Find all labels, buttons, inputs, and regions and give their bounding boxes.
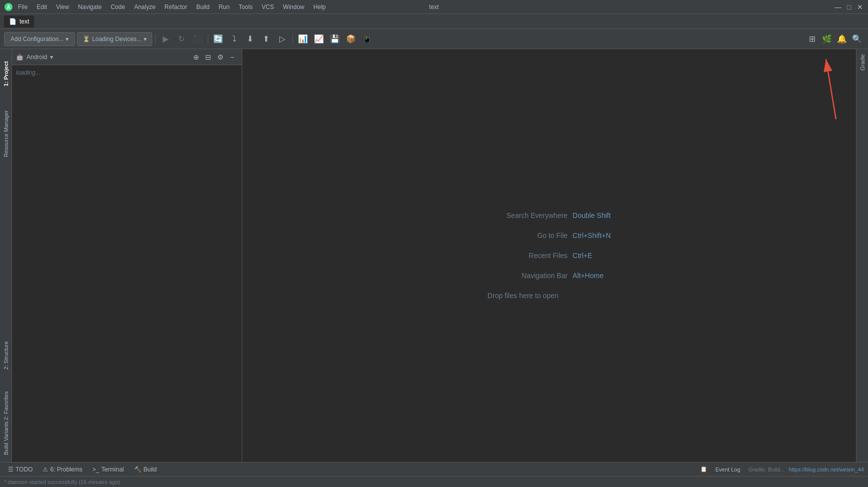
hint-label-drop: Drop files here to open [488,292,559,300]
svg-text:A: A [7,5,10,10]
hint-shortcut-file: Ctrl+Shift+N [573,231,611,239]
title-bar: A File Edit View Navigate Code Analyze R… [0,0,868,14]
run-to-cursor-button[interactable]: ▷ [275,32,289,46]
menu-window[interactable]: Window [279,3,308,12]
terminal-label: Terminal [101,466,124,473]
toolbar-right: ⊞ 🌿 🔔 🔍 [805,32,864,46]
menu-file[interactable]: File [14,3,32,12]
menu-bar: A File Edit View Navigate Code Analyze R… [4,3,834,12]
panel-tab-favorites[interactable]: 2: Favorites [2,389,10,422]
toolbar-separator-1 [155,34,156,44]
panel-close-button[interactable]: − [227,52,238,63]
menu-build[interactable]: Build [192,3,214,12]
hint-label-file: Go to File [488,231,568,239]
left-panel-tabs: 1: Project Resource Manager 2: Structure… [0,49,12,462]
hint-drop-files: Drop files here to open [488,292,611,300]
menu-code[interactable]: Code [107,3,129,12]
editor-hints: Search Everywhere Double Shift Go to Fil… [488,211,611,300]
toolbar-separator-2 [208,34,208,44]
todo-icon: ☰ [8,466,14,473]
loading-icon: ⏳ [83,36,90,43]
add-configuration-button[interactable]: Add Configuration... ▾ [4,32,75,46]
red-arrow-annotation [756,49,856,129]
hint-navigation-bar: Navigation Bar Alt+Home [488,272,611,280]
panel-title-area: 🤖 Android ▾ [16,54,53,61]
coverage-button[interactable]: 📊 [296,32,310,46]
step-over-button[interactable]: ⤵ [227,32,241,46]
config-dropdown-icon: ▾ [66,36,69,43]
notification-button[interactable]: 🔔 [835,32,849,46]
git-button[interactable]: 🌿 [820,32,834,46]
main-area: 1: Project Resource Manager 2: Structure… [0,49,868,462]
daemon-message: * daemon started successfully (16 minute… [4,479,120,485]
editor-area: Search Everywhere Double Shift Go to Fil… [242,49,856,462]
problems-label: 6: Problems [50,466,82,473]
menu-navigate[interactable]: Navigate [74,3,106,12]
menu-view[interactable]: View [52,3,73,12]
csdn-link[interactable]: https://blog.csdn.net/weixin_44 [789,466,864,472]
panel-tab-structure[interactable]: 2: Structure [2,339,10,372]
run-button[interactable]: ▶ [159,32,173,46]
hint-shortcut-nav: Alt+Home [573,272,604,280]
panel-settings-button[interactable]: ⚙ [215,52,226,63]
close-button[interactable]: ✕ [856,3,864,11]
stop-button[interactable]: ⬛ [191,32,205,46]
panel-tab-project[interactable]: 1: Project [2,59,10,88]
todo-label: TODO [16,466,33,473]
build-icon: 🔨 [134,466,142,473]
sync-project-button[interactable]: ⊕ [191,52,202,63]
menu-run[interactable]: Run [215,3,234,12]
tab-bar: 📄 text [0,14,868,29]
terminal-icon: >_ [92,466,99,473]
device-manager-button[interactable]: 📱 [360,32,374,46]
collapse-all-button[interactable]: ⊟ [203,52,214,63]
event-log-icon: 📋 [700,466,707,472]
tab-text[interactable]: 📄 text [4,16,34,28]
panel-header: 🤖 Android ▾ ⊕ ⊟ ⚙ − [12,49,242,65]
project-panel: 🤖 Android ▾ ⊕ ⊟ ⚙ − loading... [12,49,242,462]
android-icon: 🤖 [16,54,24,61]
toolbar-separator-3 [292,34,293,44]
bottom-tab-problems[interactable]: ⚠ 6: Problems [39,464,86,475]
hint-label-recent: Recent Files [488,252,568,260]
bottom-tab-terminal[interactable]: >_ Terminal [88,464,128,475]
status-bar: * daemon started successfully (16 minute… [0,476,868,487]
hint-go-to-file: Go to File Ctrl+Shift+N [488,231,611,239]
right-sidebar: Gradle [856,49,868,462]
menu-analyze[interactable]: Analyze [130,3,160,12]
event-log-tab[interactable]: Event Log [711,464,744,475]
bottom-tab-build[interactable]: 🔨 Build [130,464,161,475]
profile-button[interactable]: 📈 [312,32,326,46]
toolbar: Add Configuration... ▾ ⏳ Loading Devices… [0,29,868,49]
panel-title: Android [27,54,47,61]
panel-tab-resource[interactable]: Resource Manager [2,108,10,159]
memory-button[interactable]: 💾 [328,32,342,46]
hint-label-nav: Navigation Bar [488,272,568,280]
bottom-tab-todo[interactable]: ☰ TODO [4,464,37,475]
step-into-button[interactable]: ⬇ [243,32,257,46]
minimize-button[interactable]: — [834,3,842,11]
dropdown-icon[interactable]: ▾ [50,54,53,61]
window-title: text [429,4,439,11]
menu-tools[interactable]: Tools [235,3,257,12]
gradle-tab[interactable]: Gradle [857,51,867,74]
panel-tab-buildvariants[interactable]: Build Variants [2,419,10,457]
loading-devices-button[interactable]: ⏳ Loading Devices... ▾ [77,32,152,46]
menu-edit[interactable]: Edit [33,3,51,12]
maximize-button[interactable]: □ [845,3,853,11]
refresh-button[interactable]: ↻ [175,32,189,46]
hint-label-search: Search Everywhere [488,211,568,219]
layout-button[interactable]: ⊞ [805,32,819,46]
hint-shortcut-recent: Ctrl+E [573,252,592,260]
menu-refactor[interactable]: Refactor [161,3,191,12]
menu-vcs[interactable]: VCS [258,3,278,12]
window-controls: — □ ✕ [834,3,864,11]
menu-help[interactable]: Help [309,3,330,12]
step-out-button[interactable]: ⬆ [259,32,273,46]
hint-search-everywhere: Search Everywhere Double Shift [488,211,611,219]
bottom-right-area: 📋 Event Log Gradle: Build... https://blo… [700,464,864,475]
search-everywhere-button[interactable]: 🔍 [850,32,864,46]
apk-button[interactable]: 📦 [344,32,358,46]
tab-icon: 📄 [9,18,17,25]
sync-button[interactable]: 🔄 [211,32,225,46]
